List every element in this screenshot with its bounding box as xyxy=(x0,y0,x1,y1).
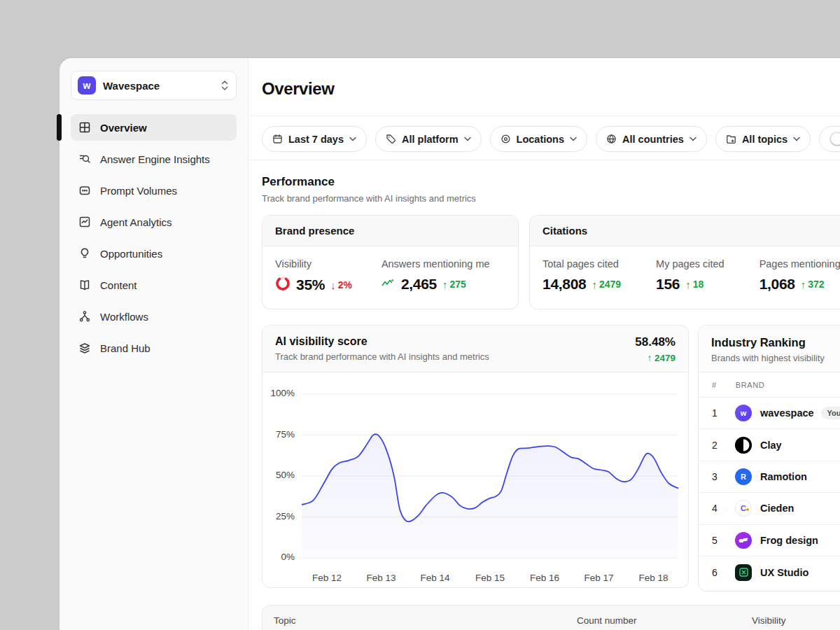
sidebar-nav: Overview Answer Engine Insights Prompt V… xyxy=(71,114,237,361)
citations-card: Citations Total pages cited 14,808 ↑2479… xyxy=(529,215,840,309)
sidebar-item-content[interactable]: Content xyxy=(71,272,237,298)
calendar-icon xyxy=(272,134,283,144)
chart-area-fill xyxy=(302,434,678,558)
ranking-row-frog-design[interactable]: 5 Frog design xyxy=(699,525,840,556)
donut-progress-icon xyxy=(275,276,290,294)
arrow-up-icon: ↑ xyxy=(592,279,597,290)
sidebar-item-prompt-volumes[interactable]: Prompt Volumes xyxy=(71,177,237,204)
sidebar-item-opportunities[interactable]: Opportunities xyxy=(71,240,237,267)
sidebar-item-overview[interactable]: Overview xyxy=(71,114,237,141)
date-range-filter[interactable]: Last 7 days xyxy=(262,126,367,152)
arrow-up-icon: ↑ xyxy=(442,279,448,290)
search-lines-icon xyxy=(78,153,91,165)
ranking-column-headers: # BRAND xyxy=(699,372,840,398)
topics-table-header: Topic Count number Visibility xyxy=(262,605,840,630)
toggle-switch[interactable] xyxy=(830,132,840,146)
y-axis-tick-label: 50% xyxy=(261,470,295,480)
ramotion-logo-icon: R xyxy=(735,468,752,485)
ranking-row-ramotion[interactable]: 3 R Ramotion xyxy=(699,461,840,493)
performance-title: Performance xyxy=(262,175,840,189)
arrow-up-icon: ↑ xyxy=(801,279,806,290)
brand-presence-card: Brand presence Visibility 35% ↓2% Answer… xyxy=(262,215,519,309)
ux-studio-logo-icon xyxy=(735,564,752,581)
ranking-row-clay[interactable]: 2 Clay xyxy=(699,429,840,461)
tag-icon xyxy=(386,134,396,144)
chevron-down-icon xyxy=(570,136,577,141)
workflow-nodes-icon xyxy=(78,310,91,323)
sparkline-icon xyxy=(382,278,396,290)
y-axis-tick-label: 75% xyxy=(261,429,295,440)
locations-filter[interactable]: Locations xyxy=(490,126,587,152)
location-target-icon xyxy=(500,134,511,144)
ranking-row-cieden[interactable]: 4 C Cieden xyxy=(699,493,840,524)
countries-filter[interactable]: All countries xyxy=(596,126,707,152)
platform-filter[interactable]: All platform xyxy=(375,126,482,152)
x-axis-tick-label: Feb 16 xyxy=(522,573,567,583)
window-drag-handle[interactable] xyxy=(57,114,62,141)
metric-cards-row: Brand presence Visibility 35% ↓2% Answer… xyxy=(262,215,840,309)
total-pages-cited-metric: Total pages cited 14,808 ↑2479 xyxy=(542,258,621,293)
x-axis-tick-label: Feb 14 xyxy=(412,573,457,583)
chart-square-icon xyxy=(78,216,91,228)
x-axis-tick-label: Feb 15 xyxy=(468,573,512,583)
chevron-updown-icon xyxy=(220,80,229,91)
page-title: Overview xyxy=(262,79,840,99)
ai-visibility-card: AI visibility score Track brand performa… xyxy=(262,325,689,588)
x-axis-tick-label: Feb 17 xyxy=(576,573,621,583)
rank-column-header: # xyxy=(712,381,717,389)
topics-filter[interactable]: All topics xyxy=(715,126,811,152)
sidebar-item-brand-hub[interactable]: Brand Hub xyxy=(71,335,237,361)
folder-plus-icon xyxy=(726,134,736,144)
visibility-score: 58.48% xyxy=(635,335,676,349)
main-content: Overview Last 7 days All platform Locati… xyxy=(248,58,840,630)
divider xyxy=(248,115,840,116)
chevron-down-icon xyxy=(349,136,356,141)
y-axis-tick-label: 100% xyxy=(261,388,295,398)
clay-logo-icon xyxy=(735,437,752,454)
chart-title: AI visibility score xyxy=(275,335,489,348)
visibility-metric: Visibility 35% ↓2% xyxy=(275,258,352,294)
visibility-score-delta: ↑ 2479 xyxy=(635,353,676,363)
ranking-title: Industry Ranking xyxy=(711,336,840,349)
toggle-knob xyxy=(831,133,840,145)
layers-icon xyxy=(78,342,91,354)
sidebar-item-answer-engine-insights[interactable]: Answer Engine Insights xyxy=(71,146,237,172)
chevron-down-icon xyxy=(464,136,471,141)
answers-delta: ↑275 xyxy=(442,279,466,290)
you-badge: You xyxy=(821,407,840,419)
sidebar: w Wavespace Overview Answer Engine Insig… xyxy=(59,58,248,630)
ranking-subtitle: Brands with highest visibility xyxy=(711,353,840,363)
ranking-row-wavespace[interactable]: 1 w wavespace You xyxy=(699,398,840,429)
chevron-down-icon xyxy=(793,136,800,141)
pages-mentioning-metric: Pages mentioning me 1,068 ↑372 xyxy=(760,258,840,293)
cieden-logo-icon: C xyxy=(735,500,752,517)
lightbulb-icon xyxy=(78,247,91,260)
industry-ranking-card: Industry Ranking Brands with highest vis… xyxy=(698,325,840,592)
workspace-switcher[interactable]: w Wavespace xyxy=(71,71,237,100)
chart-plot-area xyxy=(302,394,678,558)
arrow-up-icon: ↑ xyxy=(647,353,652,363)
line-chart: 100%75%50%25%0% Feb 12Feb 13Feb 14Feb 15… xyxy=(262,372,688,585)
unbranded-toggle-chip[interactable]: Unbranded xyxy=(819,126,840,152)
topic-column-header: Topic xyxy=(274,615,577,626)
chart-row: AI visibility score Track brand performa… xyxy=(262,325,840,592)
sidebar-item-workflows[interactable]: Workflows xyxy=(71,303,237,330)
arrow-up-icon: ↑ xyxy=(685,279,691,290)
performance-subtitle: Track brand performance with AI insights… xyxy=(262,193,840,204)
brand-column-header: BRAND xyxy=(736,381,765,389)
divider xyxy=(248,160,840,160)
workspace-name: Wavespace xyxy=(103,80,214,92)
x-axis-tick-label: Feb 13 xyxy=(359,573,404,583)
ranking-row-ux-studio[interactable]: 6 UX Studio xyxy=(699,556,840,588)
y-axis-tick-label: 0% xyxy=(261,552,295,562)
visibility-delta: ↓2% xyxy=(330,279,352,291)
app-window: w Wavespace Overview Answer Engine Insig… xyxy=(59,58,840,630)
wavespace-logo-icon: w xyxy=(735,405,752,421)
arrow-down-icon: ↓ xyxy=(330,279,336,291)
chart-subtitle: Track brand performance with AI insights… xyxy=(275,351,489,362)
brand-presence-card-title: Brand presence xyxy=(262,216,518,246)
grid-icon xyxy=(78,121,91,134)
count-column-header: Count number xyxy=(577,615,752,626)
answers-mentioning-metric: Answers mentioning me 2,465 ↑275 xyxy=(382,258,490,294)
sidebar-item-agent-analytics[interactable]: Agent Analytics xyxy=(71,209,237,235)
